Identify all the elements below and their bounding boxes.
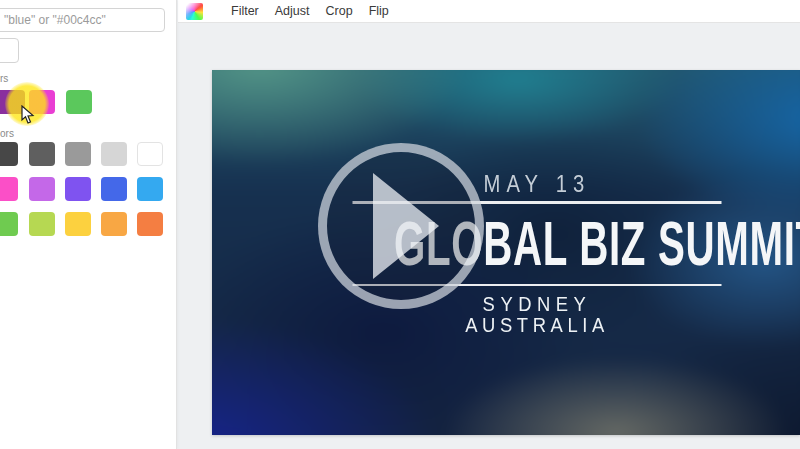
- color-search-input[interactable]: "blue" or "#00c4cc": [0, 8, 165, 32]
- color-spectrum-icon[interactable]: [186, 3, 203, 20]
- toolbar-item-adjust[interactable]: Adjust: [275, 4, 310, 18]
- color-swatch-green[interactable]: [0, 212, 18, 236]
- toolbar-item-filter[interactable]: Filter: [231, 4, 259, 18]
- color-swatch-gray[interactable]: [29, 142, 55, 166]
- color-swatch-orange[interactable]: [101, 212, 127, 236]
- photo-colors-label: rs: [0, 73, 8, 84]
- mouse-cursor-icon: [21, 105, 35, 125]
- color-swatch-orchid[interactable]: [29, 177, 55, 201]
- color-swatch-yellow[interactable]: [65, 212, 91, 236]
- design-canvas-image[interactable]: MAY 13 GLOBAL BIZ SUMMIT SYDNEY AUSTRALI…: [212, 70, 800, 435]
- play-button[interactable]: [318, 143, 484, 309]
- color-swatch-purple[interactable]: [65, 177, 91, 201]
- color-swatch-lightgray[interactable]: [101, 142, 127, 166]
- color-panel-sidebar: "blue" or "#00c4cc" rs ors: [0, 0, 177, 449]
- add-color-button[interactable]: [0, 38, 19, 63]
- toolbar-item-flip[interactable]: Flip: [369, 4, 389, 18]
- color-swatch-yellowgreen[interactable]: [29, 212, 55, 236]
- color-swatch-midgray[interactable]: [65, 142, 91, 166]
- image-edit-toolbar: Filter Adjust Crop Flip: [178, 0, 800, 23]
- play-icon: [373, 173, 439, 279]
- photo-color-swatch-green[interactable]: [66, 90, 92, 114]
- color-swatch-white[interactable]: [137, 142, 163, 166]
- default-colors-label: ors: [0, 128, 14, 139]
- color-swatch-pink[interactable]: [0, 177, 18, 201]
- color-swatch-lightblue[interactable]: [137, 177, 163, 201]
- toolbar-item-crop[interactable]: Crop: [326, 4, 353, 18]
- color-swatch-darkgray[interactable]: [0, 142, 18, 166]
- location-line2-text: AUSTRALIA: [295, 314, 779, 337]
- toolbar-menu: Filter Adjust Crop Flip: [231, 4, 389, 18]
- color-swatch-blue[interactable]: [101, 177, 127, 201]
- color-swatch-darkorange[interactable]: [137, 212, 163, 236]
